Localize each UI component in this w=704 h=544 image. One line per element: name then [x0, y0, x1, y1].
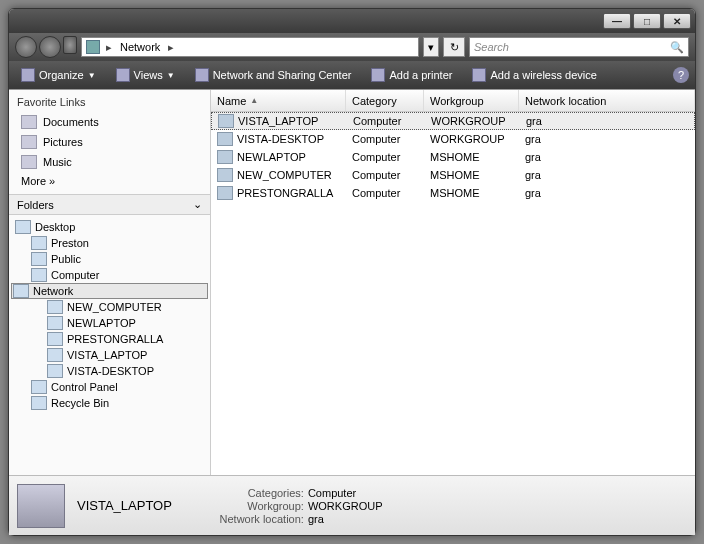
cell-text: NEWLAPTOP	[237, 151, 306, 163]
column-location[interactable]: Network location	[519, 90, 695, 111]
cell-category: Computer	[346, 187, 424, 199]
computer-icon	[217, 186, 233, 200]
cell-category: Computer	[346, 133, 424, 145]
folders-header[interactable]: Folders ⌄	[9, 194, 210, 215]
add-wireless-button[interactable]: Add a wireless device	[466, 66, 602, 84]
tree-item[interactable]: Recycle Bin	[11, 395, 208, 411]
list-row[interactable]: PRESTONGRALLAComputerMSHOMEgra	[211, 184, 695, 202]
add-printer-button[interactable]: Add a printer	[365, 66, 458, 84]
help-button[interactable]: ?	[673, 67, 689, 83]
computer-icon	[217, 168, 233, 182]
refresh-button[interactable]: ↻	[443, 37, 465, 57]
tree-label: VISTA-DESKTOP	[67, 365, 154, 377]
back-button[interactable]	[15, 36, 37, 58]
address-bar: ▸ Network ▸ ▾ ↻ Search 🔍	[9, 33, 695, 61]
cell-name: VISTA_LAPTOP	[212, 114, 347, 128]
tree-label: NEWLAPTOP	[67, 317, 136, 329]
computer-icon	[17, 484, 65, 528]
tree-label: PRESTONGRALLA	[67, 333, 163, 345]
list-row[interactable]: VISTA_LAPTOPComputerWORKGROUPgra	[211, 112, 695, 130]
network-sharing-button[interactable]: Network and Sharing Center	[189, 66, 358, 84]
tree-item[interactable]: VISTA-DESKTOP	[11, 363, 208, 379]
add-printer-label: Add a printer	[389, 69, 452, 81]
cell-text: gra	[525, 187, 541, 199]
views-label: Views	[134, 69, 163, 81]
column-label: Workgroup	[430, 95, 484, 107]
folder-icon	[47, 348, 63, 362]
computer-icon	[217, 132, 233, 146]
sharing-icon	[195, 68, 209, 82]
fav-documents[interactable]: Documents	[17, 112, 202, 132]
views-button[interactable]: Views▼	[110, 66, 181, 84]
details-pane: VISTA_LAPTOP Categories:Computer Workgro…	[9, 475, 695, 535]
folder-icon	[47, 300, 63, 314]
tree-item[interactable]: PRESTONGRALLA	[11, 331, 208, 347]
cell-category: Computer	[346, 151, 424, 163]
cell-location: gra	[519, 187, 695, 199]
organize-button[interactable]: Organize▼	[15, 66, 102, 84]
pictures-icon	[21, 135, 37, 149]
minimize-button[interactable]: —	[603, 13, 631, 29]
fav-music[interactable]: Music	[17, 152, 202, 172]
tree-label: Public	[51, 253, 81, 265]
cell-text: gra	[525, 133, 541, 145]
details-wg-val: WORKGROUP	[308, 500, 383, 512]
decorative-swoosh	[555, 475, 695, 535]
folders-header-label: Folders	[17, 199, 54, 211]
folder-icon	[31, 268, 47, 282]
sharing-label: Network and Sharing Center	[213, 69, 352, 81]
tree-item[interactable]: Desktop	[11, 219, 208, 235]
forward-button[interactable]	[39, 36, 61, 58]
titlebar[interactable]: — □ ✕	[9, 9, 695, 33]
favorite-links-title: Favorite Links	[17, 96, 202, 112]
organize-icon	[21, 68, 35, 82]
cell-text: MSHOME	[430, 187, 480, 199]
details-name: VISTA_LAPTOP	[77, 498, 172, 513]
list-row[interactable]: NEW_COMPUTERComputerMSHOMEgra	[211, 166, 695, 184]
close-button[interactable]: ✕	[663, 13, 691, 29]
fav-pictures[interactable]: Pictures	[17, 132, 202, 152]
fav-more[interactable]: More »	[17, 172, 202, 190]
column-name[interactable]: Name▲	[211, 90, 346, 111]
search-input[interactable]: Search 🔍	[469, 37, 689, 57]
chevron-down-icon: ⌄	[193, 198, 202, 211]
fav-label: More »	[21, 175, 55, 187]
tree-item[interactable]: Computer	[11, 267, 208, 283]
tree-item[interactable]: VISTA_LAPTOP	[11, 347, 208, 363]
folder-icon	[47, 332, 63, 346]
folder-icon	[13, 284, 29, 298]
tree-item[interactable]: Public	[11, 251, 208, 267]
tree-item[interactable]: NEWLAPTOP	[11, 315, 208, 331]
column-label: Category	[352, 95, 397, 107]
tree-label: Network	[33, 285, 73, 297]
cell-text: VISTA-DESKTOP	[237, 133, 324, 145]
folder-icon	[31, 236, 47, 250]
tree-label: Computer	[51, 269, 99, 281]
tree-item[interactable]: Preston	[11, 235, 208, 251]
tree-item[interactable]: Network	[11, 283, 208, 299]
tree-label: Preston	[51, 237, 89, 249]
column-workgroup[interactable]: Workgroup	[424, 90, 519, 111]
chevron-right-icon[interactable]: ▸	[106, 41, 112, 54]
list-row[interactable]: VISTA-DESKTOPComputerWORKGROUPgra	[211, 130, 695, 148]
cell-text: VISTA_LAPTOP	[238, 115, 318, 127]
navigation-pane: Favorite Links Documents Pictures Music …	[9, 90, 211, 475]
cell-category: Computer	[347, 115, 425, 127]
breadcrumb-segment[interactable]: Network	[118, 41, 162, 53]
cell-text: PRESTONGRALLA	[237, 187, 333, 199]
maximize-button[interactable]: □	[633, 13, 661, 29]
tree-item[interactable]: NEW_COMPUTER	[11, 299, 208, 315]
column-category[interactable]: Category	[346, 90, 424, 111]
tree-item[interactable]: Control Panel	[11, 379, 208, 395]
details-wg-key: Workgroup:	[204, 500, 304, 512]
address-dropdown[interactable]: ▾	[423, 37, 439, 57]
chevron-right-icon[interactable]: ▸	[168, 41, 174, 54]
list-row[interactable]: NEWLAPTOPComputerMSHOMEgra	[211, 148, 695, 166]
breadcrumb[interactable]: ▸ Network ▸	[81, 37, 419, 57]
folder-icon	[47, 364, 63, 378]
cell-text: Computer	[352, 133, 400, 145]
list-body[interactable]: VISTA_LAPTOPComputerWORKGROUPgraVISTA-DE…	[211, 112, 695, 475]
recent-pages-button[interactable]	[63, 36, 77, 54]
search-icon: 🔍	[670, 41, 684, 54]
computer-icon	[217, 150, 233, 164]
